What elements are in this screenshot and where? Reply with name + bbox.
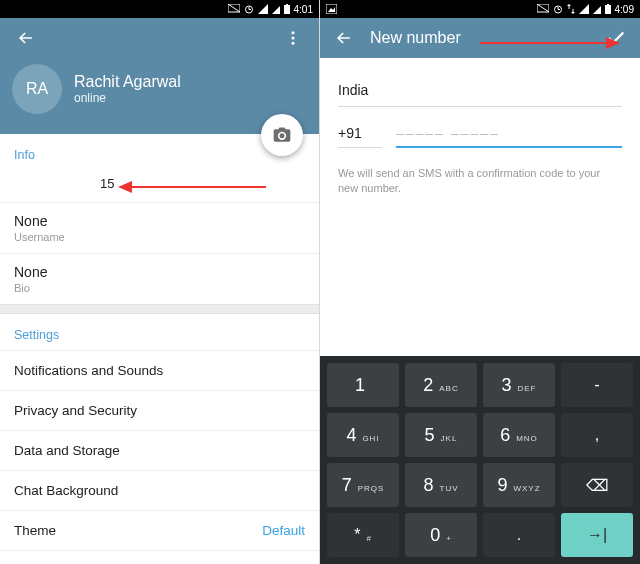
key-enter[interactable]: →| xyxy=(561,513,633,557)
key-minus[interactable]: - xyxy=(561,363,633,407)
avatar-initials: RA xyxy=(26,80,48,98)
numeric-keypad: 1 2ABC 3DEF - 4GHI 5JKL 6MNO , 7PRQS 8TU… xyxy=(320,356,640,564)
key-2[interactable]: 2ABC xyxy=(405,363,477,407)
phone-form: India +91 ––––– ––––– We will send an SM… xyxy=(320,58,640,197)
status-bar: 4:09 xyxy=(320,0,640,18)
settings-item-privacy[interactable]: Privacy and Security xyxy=(0,390,319,430)
data-icon xyxy=(567,4,575,14)
no-cast-icon xyxy=(228,4,240,14)
new-number-header: New number xyxy=(320,18,640,58)
signal-icon xyxy=(579,4,589,14)
settings-item-notifications[interactable]: Notifications and Sounds xyxy=(0,350,319,390)
profile-header: RA Rachit Agarwal online xyxy=(0,18,319,134)
back-button[interactable] xyxy=(8,20,44,56)
phone-last-digits: 15 xyxy=(100,176,114,191)
list-item-label: Theme xyxy=(14,523,56,538)
svg-marker-23 xyxy=(579,4,589,14)
key-8[interactable]: 8TUV xyxy=(405,463,477,507)
key-dot[interactable]: . xyxy=(483,513,555,557)
svg-marker-24 xyxy=(593,6,601,14)
svg-point-9 xyxy=(292,31,295,34)
country-code-input[interactable]: +91 xyxy=(338,121,382,148)
svg-rect-8 xyxy=(286,4,288,5)
svg-rect-25 xyxy=(605,5,611,14)
list-item-label: Data and Storage xyxy=(14,443,120,458)
svg-marker-13 xyxy=(118,181,132,193)
hint-text: We will send an SMS with a confirmation … xyxy=(338,166,622,197)
svg-point-11 xyxy=(292,42,295,45)
bio-value: None xyxy=(14,264,305,280)
camera-fab[interactable] xyxy=(261,114,303,156)
svg-line-1 xyxy=(228,4,240,12)
key-3[interactable]: 3DEF xyxy=(483,363,555,407)
no-cast-icon xyxy=(537,4,549,14)
section-divider xyxy=(0,304,319,314)
svg-rect-7 xyxy=(284,5,290,14)
list-item-value: Default xyxy=(262,523,305,538)
battery-icon xyxy=(605,4,611,14)
settings-item-theme[interactable]: ThemeDefault xyxy=(0,510,319,550)
phone-info-row[interactable]: 15 xyxy=(0,170,319,202)
battery-icon xyxy=(284,4,290,14)
phone-left-settings: 4:01 RA Rachit Agarwal online Info 15 No… xyxy=(0,0,320,564)
back-button[interactable] xyxy=(326,20,362,56)
svg-rect-26 xyxy=(607,4,609,5)
key-comma[interactable]: , xyxy=(561,413,633,457)
key-9[interactable]: 9WXYZ xyxy=(483,463,555,507)
signal-icon xyxy=(258,4,268,14)
key-1[interactable]: 1 xyxy=(327,363,399,407)
signal-icon-2 xyxy=(593,4,601,14)
key-4[interactable]: 4GHI xyxy=(327,413,399,457)
username-label: Username xyxy=(14,231,305,243)
settings-list: Notifications and Sounds Privacy and Sec… xyxy=(0,350,319,564)
svg-point-10 xyxy=(292,37,295,40)
key-0[interactable]: 0+ xyxy=(405,513,477,557)
avatar[interactable]: RA xyxy=(12,64,62,114)
phone-number-input[interactable]: ––––– ––––– xyxy=(396,121,622,148)
username-value: None xyxy=(14,213,305,229)
alarm-icon xyxy=(244,4,254,14)
key-star[interactable]: *# xyxy=(327,513,399,557)
svg-marker-21 xyxy=(567,4,571,6)
svg-line-17 xyxy=(537,4,549,12)
country-selector[interactable]: India xyxy=(338,76,622,107)
settings-item-language[interactable]: LanguageEnglish xyxy=(0,550,319,564)
status-time: 4:01 xyxy=(294,4,313,15)
bio-label: Bio xyxy=(14,282,305,294)
annotation-arrow-icon xyxy=(118,180,268,194)
svg-marker-15 xyxy=(328,7,335,12)
settings-item-chat-background[interactable]: Chat Background xyxy=(0,470,319,510)
svg-marker-22 xyxy=(571,12,575,14)
annotation-arrow-icon xyxy=(480,36,620,50)
list-item-label: Notifications and Sounds xyxy=(14,363,163,378)
bio-row[interactable]: None Bio xyxy=(0,253,319,304)
status-bar: 4:01 xyxy=(0,0,319,18)
svg-marker-28 xyxy=(606,37,620,49)
key-5[interactable]: 5JKL xyxy=(405,413,477,457)
key-backspace[interactable]: ⌫ xyxy=(561,463,633,507)
user-name: Rachit Agarwal xyxy=(74,73,181,91)
key-6[interactable]: 6MNO xyxy=(483,413,555,457)
settings-section-label: Settings xyxy=(0,314,319,350)
settings-item-data-storage[interactable]: Data and Storage xyxy=(0,430,319,470)
key-7[interactable]: 7PRQS xyxy=(327,463,399,507)
username-row[interactable]: None Username xyxy=(0,202,319,253)
list-item-label: Privacy and Security xyxy=(14,403,137,418)
phone-right-new-number: 4:09 New number India +91 ––––– ––––– We… xyxy=(320,0,640,564)
list-item-label: Chat Background xyxy=(14,483,118,498)
status-time: 4:09 xyxy=(615,4,634,15)
user-status: online xyxy=(74,91,181,105)
image-icon xyxy=(326,4,337,14)
svg-marker-5 xyxy=(258,4,268,14)
alarm-icon xyxy=(553,4,563,14)
signal-icon-2 xyxy=(272,4,280,14)
svg-marker-6 xyxy=(272,6,280,14)
more-menu-button[interactable] xyxy=(275,20,311,56)
